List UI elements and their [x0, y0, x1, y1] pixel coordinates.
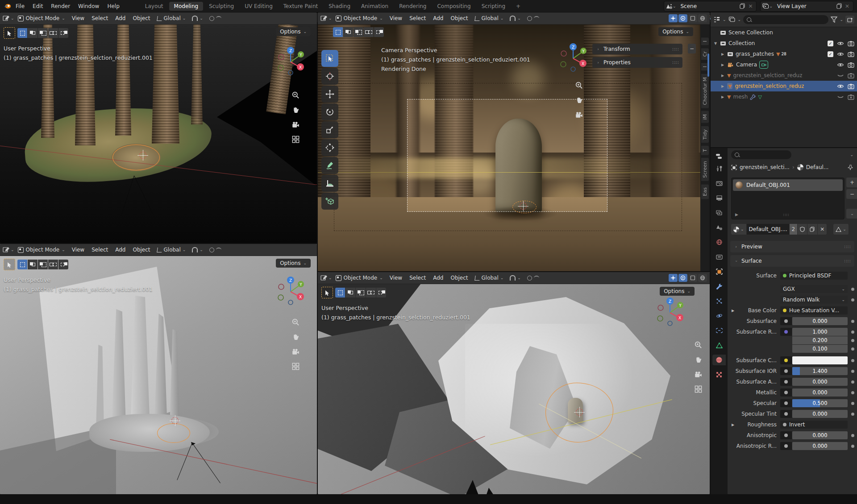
menu-select[interactable]: Select [406, 15, 429, 21]
display-mode-icon[interactable] [728, 17, 736, 23]
select-mode-intersect[interactable] [58, 260, 68, 269]
add-slot-button[interactable]: + [846, 178, 857, 187]
navigation-gizmo[interactable]: Z Y X [557, 42, 589, 73]
subsurface-radius-z[interactable]: 0.100 [792, 345, 848, 353]
menu-select[interactable]: Select [88, 15, 111, 21]
tab-tool[interactable] [712, 163, 726, 174]
sidebar-tab[interactable]: iM [701, 111, 709, 123]
menu-add[interactable]: Add [430, 15, 446, 21]
tab-modifiers[interactable] [712, 281, 726, 292]
select-mode-extend[interactable] [28, 28, 37, 38]
outliner-row-collection[interactable]: ▼ Collection ✓ [711, 38, 857, 49]
value-socket-icon[interactable] [780, 399, 792, 407]
unlink-scene-button[interactable]: ✕ [746, 2, 754, 10]
panel-preview[interactable]: ›Preview∷∷ [730, 241, 854, 252]
zoom-icon[interactable] [291, 318, 300, 326]
mode-dropdown[interactable]: Object Mode⌄ [15, 246, 68, 253]
link-mode-dropdown[interactable]: ⌄ [833, 224, 849, 235]
menu-object[interactable]: Object [129, 247, 153, 253]
mode-dropdown[interactable]: Object Mode⌄ [15, 15, 68, 22]
eye-icon[interactable] [837, 41, 844, 46]
sidebar-tab[interactable]: Chocofur M [701, 74, 709, 108]
tab-output[interactable] [712, 193, 726, 203]
viewport-canvas[interactable]: Options⌄ User Perspective (1) grass_patc… [0, 256, 317, 494]
xray-toggle[interactable] [688, 274, 697, 282]
tab-sculpting[interactable]: Sculpting [204, 2, 239, 11]
expand-icon[interactable]: ▶ [720, 84, 725, 88]
view-layer-selector[interactable]: ⌄ View Layer ✕ [760, 1, 853, 12]
camera-restrict-icon[interactable] [848, 51, 854, 57]
camera-disabled-icon[interactable] [848, 73, 854, 78]
material-name-field[interactable]: Default_OBJ.... [747, 224, 790, 235]
collapse-panel-button[interactable]: − [688, 44, 696, 54]
tool-transform[interactable] [321, 139, 338, 156]
color-socket-icon[interactable] [780, 356, 792, 364]
editor-type-icon[interactable] [3, 247, 10, 253]
tab-texture[interactable] [712, 369, 726, 380]
options-chevron-icon[interactable]: ⌄ [850, 153, 853, 157]
grip-icon[interactable]: ∷∷ [783, 213, 789, 217]
tool-measure[interactable] [321, 175, 338, 192]
material-slot-active[interactable]: Default_OBJ.001 [733, 179, 843, 191]
show-overlays-toggle[interactable] [678, 274, 687, 282]
outliner-row-mesh[interactable]: ▶ ▼ mesh ▽ [711, 91, 857, 102]
sss-method-dropdown[interactable]: Random Walk⌄ [780, 296, 848, 304]
pan-hand-icon[interactable] [291, 106, 300, 114]
select-mode-set[interactable] [333, 27, 343, 37]
editor-type-icon[interactable] [320, 275, 328, 281]
active-tool-indicator[interactable] [4, 259, 15, 270]
tab-view-layer[interactable] [712, 207, 726, 218]
sidebar-tab[interactable]: I [701, 37, 709, 45]
mode-dropdown[interactable]: Object Mode⌄ [333, 274, 386, 281]
tab-material[interactable] [712, 355, 726, 365]
zoom-icon[interactable] [291, 91, 300, 99]
menu-object[interactable]: Object [129, 15, 153, 21]
value-socket-icon[interactable] [780, 367, 792, 375]
tab-render[interactable] [712, 178, 726, 189]
outliner-row-grenzstein-active[interactable]: ▶ ▼ grenzstein_selction_reduz [711, 81, 857, 91]
scene-name[interactable]: Scene [676, 3, 738, 9]
pan-hand-icon[interactable] [694, 355, 703, 364]
editor-type-icon[interactable] [320, 15, 328, 21]
tab-uv-editing[interactable]: UV Editing [240, 2, 278, 11]
eye-icon[interactable] [837, 51, 844, 57]
expand-icon[interactable]: ▼ [713, 41, 718, 45]
pan-hand-icon[interactable] [291, 333, 300, 341]
tool-annotate[interactable] [321, 157, 338, 174]
viewport-canvas[interactable]: Options⌄ Camera Perspective (1) grass_pa… [318, 24, 700, 271]
tool-rotate[interactable] [321, 103, 338, 120]
select-mode-invert[interactable] [364, 27, 374, 37]
select-mode-subtract[interactable] [38, 260, 48, 269]
active-tool-indicator[interactable] [321, 287, 333, 298]
subsurface-value[interactable]: 0.000 [792, 317, 848, 325]
proportional-editing[interactable] [207, 248, 224, 252]
menu-window[interactable]: Window [74, 3, 103, 9]
tool-cursor[interactable] [321, 68, 338, 85]
navigation-gizmo[interactable]: Z Y X [275, 45, 306, 77]
view-layer-name[interactable]: View Layer [773, 3, 835, 9]
editor-type-icon[interactable] [712, 151, 726, 161]
material-users-count[interactable]: 2 [790, 224, 798, 235]
snap-dropdown[interactable]: ⌄ [507, 16, 524, 21]
orientation-dropdown[interactable]: Global⌄ [472, 275, 507, 281]
options-dropdown[interactable]: Options⌄ [658, 27, 693, 36]
scene-selector[interactable]: ⌄ Scene ✕ [664, 1, 757, 12]
pan-hand-icon[interactable] [575, 96, 583, 104]
expand-icon[interactable]: ▶ [730, 309, 736, 313]
active-tool-indicator[interactable] [4, 27, 15, 39]
tab-shading[interactable]: Shading [324, 2, 355, 11]
orthographic-grid-icon[interactable] [291, 135, 300, 144]
specular-tint-value[interactable]: 0.000 [792, 410, 848, 418]
snap-dropdown[interactable]: ⌄ [189, 16, 206, 21]
anisotropic-value[interactable]: 0.000 [792, 431, 848, 439]
zoom-icon[interactable] [694, 341, 703, 349]
new-collection-button[interactable] [845, 16, 854, 24]
add-workspace-button[interactable]: + [511, 2, 525, 11]
outliner-row-grenzstein-hidden[interactable]: ▶ ▼ grenzstein_selction_reduz [711, 70, 857, 81]
expand-icon[interactable]: ▶ [720, 52, 725, 56]
options-dropdown[interactable]: Options⌄ [660, 287, 695, 296]
menu-view[interactable]: View [69, 247, 87, 253]
tab-particles[interactable] [712, 296, 726, 306]
proportional-editing[interactable] [524, 16, 542, 21]
expand-icon[interactable]: ▶ [730, 423, 736, 427]
